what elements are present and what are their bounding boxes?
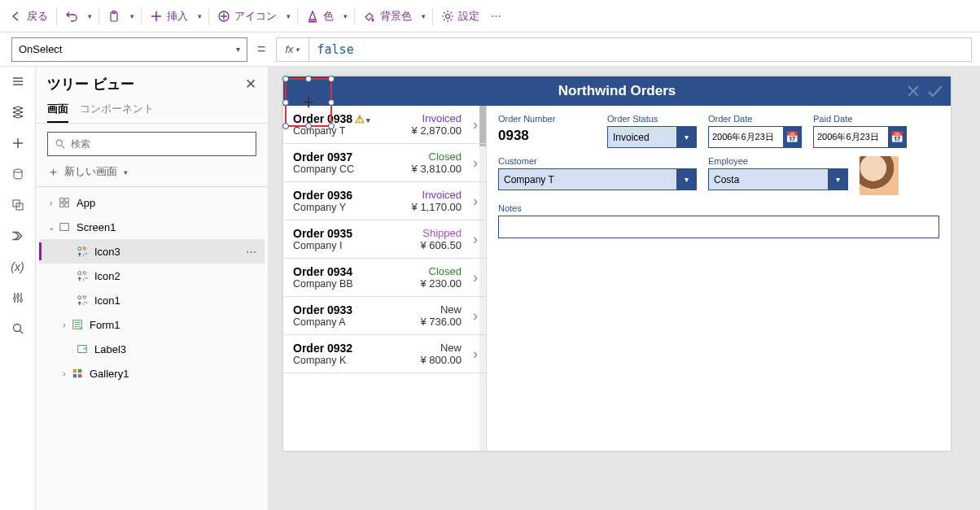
rail-media-icon[interactable] xyxy=(10,197,26,213)
order-item[interactable]: Order 0933Company A New¥ 736.00 › xyxy=(283,297,486,335)
close-icon[interactable]: ✕ xyxy=(245,76,256,93)
tree-node-label3[interactable]: Label3 xyxy=(39,337,265,361)
tree-node-screen1[interactable]: ⌄ Screen1 xyxy=(39,215,265,239)
tree-node-gallery1[interactable]: › Gallery1 xyxy=(39,361,265,386)
order-item[interactable]: Order 0932Company K New¥ 800.00 › xyxy=(283,335,486,373)
rail-hamburger-icon[interactable] xyxy=(10,73,26,89)
rail-data-icon[interactable] xyxy=(10,166,26,182)
label-order-status: Order Status xyxy=(607,114,697,124)
order-item[interactable]: Order 0934Company BB Closed¥ 230.00 › xyxy=(283,259,486,297)
fx-label[interactable]: fx▾ xyxy=(277,38,309,61)
order-gallery[interactable]: Order 0938⚠▾ Company T Invoiced ¥ 2,870.… xyxy=(283,106,487,451)
icon-button[interactable]: アイコン xyxy=(212,6,282,27)
back-button[interactable]: 戻る xyxy=(5,6,53,27)
formula-input-wrap: fx▾ false xyxy=(276,37,972,62)
svg-point-18 xyxy=(77,246,81,250)
order-status-dropdown[interactable]: Invoiced▾ xyxy=(607,126,697,148)
save-icon[interactable] xyxy=(926,82,944,100)
rail-flow-icon[interactable] xyxy=(10,228,26,244)
svg-point-8 xyxy=(13,298,15,300)
gallery-icon xyxy=(70,366,85,381)
svg-rect-25 xyxy=(73,374,77,377)
left-rail: (x) xyxy=(0,67,36,510)
order-item[interactable]: Order 0937Company CC Closed¥ 3,810.00 › xyxy=(283,144,486,182)
label-order-number: Order Number xyxy=(498,114,596,124)
tree-node-app[interactable]: › App xyxy=(39,190,265,215)
tree-panel-title: ツリー ビュー xyxy=(47,75,134,94)
canvas-area: Northwind Orders ＋ xyxy=(269,67,980,510)
color-button[interactable]: 色 xyxy=(301,6,339,27)
insert-button[interactable]: 挿入 xyxy=(145,6,193,27)
node-more-icon[interactable]: ⋯ xyxy=(246,246,258,258)
color-dropdown[interactable]: ▾ xyxy=(340,12,351,20)
search-icon xyxy=(55,138,66,150)
rail-search-icon[interactable] xyxy=(10,320,26,337)
tab-screens[interactable]: 画面 xyxy=(47,97,68,123)
svg-point-19 xyxy=(77,271,81,274)
svg-rect-17 xyxy=(60,224,69,231)
property-selector[interactable]: OnSelect ▾ xyxy=(11,37,247,62)
employee-avatar xyxy=(860,156,899,195)
svg-rect-23 xyxy=(73,369,77,373)
tree-node-form1[interactable]: › Form1 xyxy=(39,312,265,337)
paid-date-picker[interactable]: 2006年6月23日📅 xyxy=(813,126,907,148)
employee-dropdown[interactable]: Costa▾ xyxy=(708,168,848,190)
order-number-value: 0938 xyxy=(498,126,596,144)
app-header: Northwind Orders xyxy=(283,76,951,106)
rail-tools-icon[interactable] xyxy=(10,290,26,306)
chevron-right-icon: › xyxy=(473,193,478,210)
rail-tree-icon[interactable] xyxy=(10,104,26,120)
calendar-icon[interactable]: 📅 xyxy=(783,127,801,147)
svg-point-5 xyxy=(14,169,22,172)
add-icon[interactable]: ＋ xyxy=(298,87,319,116)
tree-node-icon1[interactable]: Icon1 xyxy=(39,288,265,312)
svg-rect-16 xyxy=(65,203,68,207)
label-customer: Customer xyxy=(498,156,697,166)
label-order-date: Order Date xyxy=(708,114,802,124)
control-icon xyxy=(75,268,90,283)
customer-dropdown[interactable]: Company T▾ xyxy=(498,168,697,190)
settings-button[interactable]: 設定 xyxy=(436,6,484,27)
app-title: Northwind Orders xyxy=(558,83,676,99)
paste-dropdown[interactable]: ▾ xyxy=(127,12,138,20)
tree-node-icon3[interactable]: Icon3 ⋯ xyxy=(39,239,265,264)
formula-input[interactable]: false xyxy=(309,42,971,57)
cancel-icon[interactable] xyxy=(905,83,921,99)
icon-dropdown[interactable]: ▾ xyxy=(283,12,294,20)
notes-input[interactable] xyxy=(498,216,939,238)
form-icon xyxy=(70,317,85,332)
new-screen-button[interactable]: ＋ 新しい画面 ▾ xyxy=(36,161,268,186)
order-date-picker[interactable]: 2006年6月23日📅 xyxy=(708,126,802,148)
svg-point-11 xyxy=(13,325,20,332)
undo-dropdown[interactable]: ▾ xyxy=(85,12,95,20)
label-notes: Notes xyxy=(498,203,939,213)
chevron-right-icon: › xyxy=(473,346,478,363)
svg-rect-15 xyxy=(60,203,63,207)
chevron-right-icon: › xyxy=(473,269,478,286)
screen-icon xyxy=(57,220,72,234)
paste-button[interactable] xyxy=(103,7,125,26)
rail-insert-icon[interactable] xyxy=(10,135,26,151)
tree-search-input[interactable] xyxy=(71,138,249,150)
order-item[interactable]: Order 0935Company I Shipped¥ 606.50 › xyxy=(283,220,486,259)
bgcolor-button[interactable]: 背景色 xyxy=(358,6,417,27)
insert-dropdown[interactable]: ▾ xyxy=(195,12,205,20)
svg-rect-24 xyxy=(78,369,81,373)
svg-point-9 xyxy=(16,295,19,298)
svg-point-12 xyxy=(56,140,62,146)
control-icon xyxy=(75,244,90,259)
calendar-icon[interactable]: 📅 xyxy=(888,127,906,147)
more-button[interactable]: ⋯ xyxy=(486,7,506,25)
warning-icon: ⚠ xyxy=(355,113,365,125)
equals-sign: = xyxy=(254,41,269,58)
tree-node-icon2[interactable]: Icon2 xyxy=(39,264,265,288)
app-canvas[interactable]: Northwind Orders ＋ xyxy=(283,76,951,451)
order-item[interactable]: Order 0936Company Y Invoiced¥ 1,170.00 › xyxy=(283,182,486,220)
tab-components[interactable]: コンポーネント xyxy=(80,97,154,123)
bgcolor-dropdown[interactable]: ▾ xyxy=(418,12,429,20)
formula-bar: OnSelect ▾ = fx▾ false xyxy=(0,33,980,67)
label-employee: Employee xyxy=(708,156,848,166)
undo-button[interactable] xyxy=(60,7,83,26)
rail-variables-icon[interactable]: (x) xyxy=(10,259,26,275)
tree-search[interactable] xyxy=(47,132,256,156)
